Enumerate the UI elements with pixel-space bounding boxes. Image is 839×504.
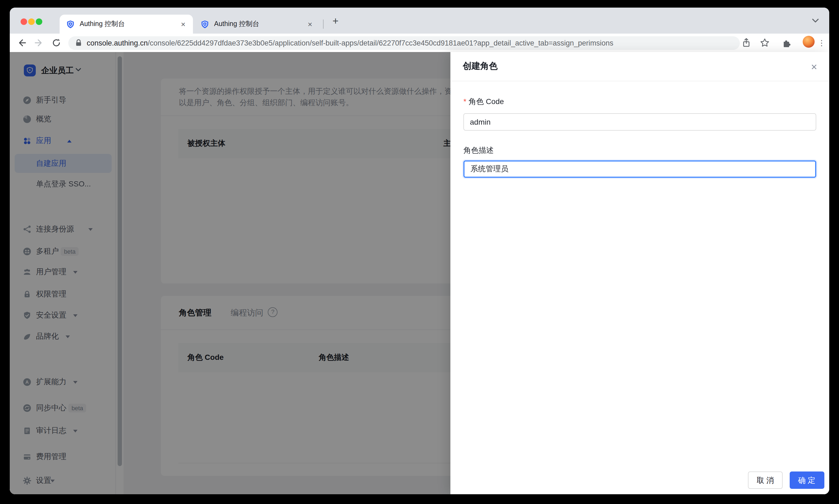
browser-toolbar: console.authing.cn/console/6225dd4297dfd…	[10, 34, 829, 52]
required-asterisk: *	[463, 97, 466, 106]
role-desc-input[interactable]	[463, 160, 816, 178]
browser-window: Authing 控制台 ✕ Authing 控制台 ✕ +	[10, 7, 829, 494]
tab-search-chevron-icon[interactable]	[812, 18, 821, 25]
traffic-close-button[interactable]	[21, 18, 27, 25]
cancel-button[interactable]: 取 消	[748, 471, 783, 489]
create-role-drawer: 创建角色 ✕ *角色 Code 角色描述 取 消 确 定	[450, 52, 829, 494]
bookmark-star-icon[interactable]	[760, 38, 770, 48]
url-text: console.authing.cn/console/6225dd4297dfd…	[87, 39, 613, 47]
url-path: /console/6225dd4297dfdae373e3b0e5/applic…	[148, 39, 613, 47]
tab-authing-console-2[interactable]: Authing 控制台 ✕	[194, 15, 320, 34]
tab-close-icon[interactable]: ✕	[179, 20, 188, 29]
traffic-minimize-button[interactable]	[28, 18, 35, 25]
drawer-header: 创建角色	[450, 52, 829, 81]
browser-menu-kebab-icon[interactable]: ⋮	[818, 37, 824, 49]
new-tab-button[interactable]: +	[329, 15, 342, 28]
role-code-input[interactable]	[463, 113, 816, 131]
tab-close-icon[interactable]: ✕	[306, 20, 314, 29]
role-desc-label: 角色描述	[463, 146, 494, 156]
url-host: console.authing.cn	[87, 39, 148, 47]
drawer-close-icon[interactable]: ✕	[809, 62, 819, 72]
tab-separator	[323, 19, 324, 29]
screenshot-stage: Authing 控制台 ✕ Authing 控制台 ✕ +	[0, 0, 839, 504]
traffic-zoom-button[interactable]	[36, 18, 42, 25]
tab-title: Authing 控制台	[80, 19, 179, 29]
forward-button[interactable]	[34, 38, 44, 48]
authing-console-app: 企业员工 新手引导 概览 应用	[10, 52, 829, 494]
profile-avatar[interactable]	[803, 36, 815, 48]
reload-button[interactable]	[52, 38, 61, 48]
favicon-shield-icon	[200, 20, 209, 29]
https-lock-icon[interactable]	[75, 39, 82, 47]
favicon-shield-icon	[66, 20, 75, 29]
role-code-label: *角色 Code	[463, 97, 504, 107]
drawer-title: 创建角色	[463, 61, 498, 72]
tab-authing-console-1[interactable]: Authing 控制台 ✕	[60, 15, 193, 34]
share-icon[interactable]	[742, 38, 751, 48]
tab-strip: Authing 控制台 ✕ Authing 控制台 ✕ +	[10, 7, 829, 34]
extensions-puzzle-icon[interactable]	[782, 38, 792, 48]
back-button[interactable]	[17, 38, 26, 48]
confirm-button[interactable]: 确 定	[789, 471, 824, 489]
tab-title: Authing 控制台	[214, 19, 306, 29]
address-bar[interactable]: console.authing.cn/console/6225dd4297dfd…	[68, 36, 740, 50]
